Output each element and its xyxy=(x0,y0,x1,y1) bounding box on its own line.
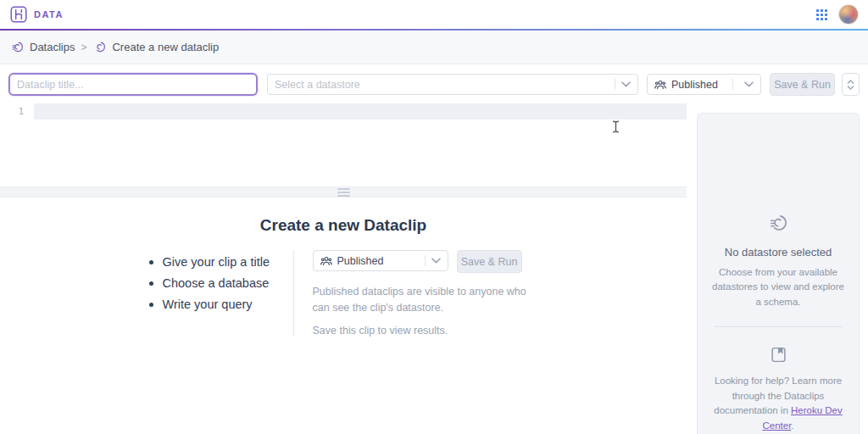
breadcrumb-label: Dataclips xyxy=(30,41,75,53)
apps-grid-icon[interactable] xyxy=(816,9,827,20)
dataclip-icon xyxy=(92,40,107,54)
save-help-text: Save this clip to view results. xyxy=(313,325,538,337)
documentation-book-icon xyxy=(770,346,787,364)
page: DATA Dataclips > xyxy=(0,0,868,434)
breadcrumb-separator: > xyxy=(81,42,86,53)
select-divider xyxy=(615,79,615,90)
collapse-expand-toggle[interactable] xyxy=(842,73,860,96)
save-run-button[interactable]: Save & Run xyxy=(770,73,835,96)
breadcrumb-label: Create a new dataclip xyxy=(112,41,219,53)
brand-label: DATA xyxy=(34,9,64,19)
list-item: Give your clip a title xyxy=(149,255,278,269)
step-label: Choose a database xyxy=(163,276,270,290)
drag-handle-icon xyxy=(337,188,350,197)
steps-list: Give your clip a title Choose a database… xyxy=(149,250,278,337)
chevron-down-icon xyxy=(621,81,631,87)
editor-active-line xyxy=(34,103,687,120)
text-cursor-icon xyxy=(612,120,620,136)
line-number: 1 xyxy=(18,106,24,117)
toolbar: Select a datastore Published xyxy=(0,66,868,103)
dataclip-title-input[interactable] xyxy=(8,73,258,96)
dataclip-icon xyxy=(10,40,25,54)
visibility-value: Published xyxy=(671,79,718,91)
audience-users-icon xyxy=(320,255,332,266)
sql-editor[interactable]: 1 xyxy=(0,103,687,186)
visibility-help-text: Published dataclips are visible to anyon… xyxy=(313,284,538,317)
no-datastore-text: Choose from your available datastores to… xyxy=(711,265,845,309)
help-text: Looking for help? Learn more through the… xyxy=(705,374,851,434)
bullet-icon xyxy=(149,281,153,286)
list-item: Choose a database xyxy=(149,276,278,290)
visibility-value: Published xyxy=(337,255,384,267)
breadcrumb-item-dataclips[interactable]: Dataclips xyxy=(10,40,75,54)
header-right xyxy=(816,5,858,24)
empty-state: Create a new Dataclip Give your clip a t… xyxy=(0,198,687,434)
editor-gutter: 1 xyxy=(0,103,34,186)
dataclip-icon xyxy=(767,212,789,234)
select-divider xyxy=(732,79,733,90)
datastore-select[interactable]: Select a datastore xyxy=(267,74,638,95)
visibility-select[interactable]: Published xyxy=(313,250,448,271)
step-label: Write your query xyxy=(163,298,253,311)
chevron-down-icon xyxy=(744,81,754,87)
sidebar-divider xyxy=(714,326,843,327)
schema-sidebar: No datastore selected Choose from your a… xyxy=(697,113,860,434)
breadcrumb-item-current: Create a new dataclip xyxy=(92,40,219,54)
breadcrumb: Dataclips > Create a new dataclip xyxy=(0,31,868,64)
no-datastore-title: No datastore selected xyxy=(698,246,859,259)
pane-splitter[interactable] xyxy=(0,186,687,198)
column-divider xyxy=(293,250,294,337)
page-title: Create a new Dataclip xyxy=(0,216,687,235)
brand[interactable]: DATA xyxy=(10,6,64,23)
audience-users-icon xyxy=(654,79,666,90)
heroku-logo-icon xyxy=(10,6,27,23)
empty-state-form: Published Save & Run Published dataclips… xyxy=(313,250,538,337)
visibility-select[interactable]: Published xyxy=(647,74,761,95)
bullet-icon xyxy=(149,260,153,264)
select-divider xyxy=(425,255,426,266)
bullet-icon xyxy=(149,303,153,307)
chevron-down-icon xyxy=(431,258,441,264)
save-run-button[interactable]: Save & Run xyxy=(457,250,522,273)
app-header: DATA xyxy=(0,0,868,29)
datastore-placeholder: Select a datastore xyxy=(275,79,360,91)
help-text-suffix: . xyxy=(791,420,793,431)
avatar[interactable] xyxy=(839,5,858,24)
step-label: Give your clip a title xyxy=(163,255,270,269)
list-item: Write your query xyxy=(149,298,278,311)
